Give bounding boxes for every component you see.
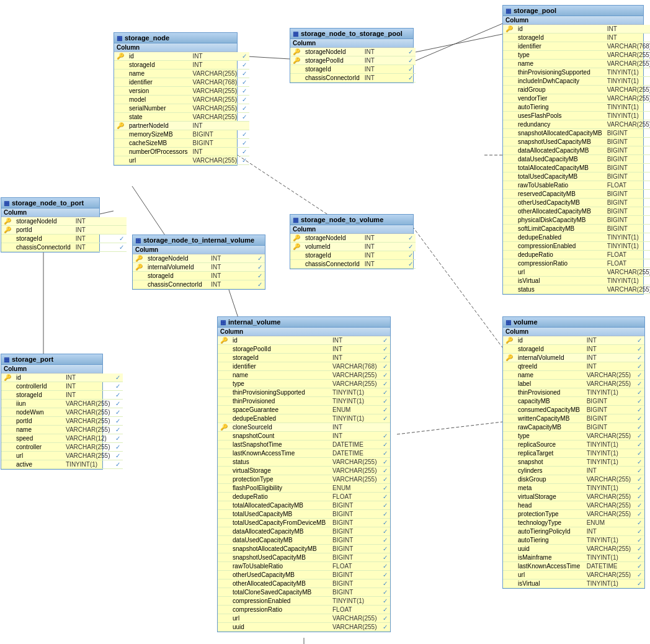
table-body-sntiv: 🔑 storageNodeId INT ✓ 🔑 internalVolumeId… (133, 254, 265, 289)
table-row: nameVARCHAR(255)✓ (503, 60, 650, 68)
table-row: storageIdINT✓ (290, 65, 416, 74)
table-storage-pool: ▦ storage_pool Column 🔑 id INT ✓ storage… (502, 5, 644, 295)
pk-icon: 🔑 (503, 25, 515, 34)
table-row: rawCapacityMBBIGINT✓ (503, 423, 644, 432)
table-storage-node: ▦ storage_node Column 🔑 id INT ✓ storage… (114, 32, 238, 166)
col-header-volume: Column (503, 328, 644, 336)
table-row: thinProvisionedTINYINT(1)✓ (503, 388, 644, 397)
table-row: raidGroupVARCHAR(255)✓ (503, 86, 650, 94)
table-name-sntv: storage_node_to_volume (301, 216, 383, 223)
table-row: 🔑 storageNodeId INT ✓ (133, 254, 265, 263)
table-name-storage-pool: storage_pool (514, 7, 556, 14)
table-body-sntp: 🔑 storageNodeId INT 🔑 portId INT storage… (1, 217, 127, 252)
table-row: 🔑 internalVolumeId INT ✓ (503, 354, 644, 362)
table-row: 🔑 storageNodeId INT ✓ (290, 48, 416, 56)
table-row: thinProvisioningSupportedTINYINT(1)✓ (218, 388, 390, 397)
table-row: urlVARCHAR(255)✓ (114, 156, 249, 165)
table-row: modelVARCHAR(255)✓ (114, 96, 249, 104)
table-header-snsp: ▦ storage_node_to_storage_pool (290, 29, 413, 39)
table-row: otherAllocatedCapacityMBBIGINT✓ (503, 207, 650, 216)
table-row: memorySizeMBBIGINT✓ (114, 130, 249, 139)
table-row: storagePoolIdINT✓ (218, 345, 390, 354)
table-row: chassisConnectorIdINT✓ (133, 280, 265, 289)
table-row: thinProvisioningSupportedTINYINT(1)✓ (503, 68, 650, 77)
table-row: lastKnownAccessTimeDATETIME✓ (218, 449, 390, 458)
table-body-snsp: 🔑 storageNodeId INT ✓ 🔑 storagePoolId IN… (290, 48, 416, 83)
table-row: flashPoolEligibilityENUM✓ (218, 484, 390, 493)
table-row: writtenCapacityMBBIGINT✓ (503, 414, 644, 423)
col-header-internal-volume: Column (218, 328, 390, 336)
table-row: compressionEnabledTINYINT(1)✓ (218, 597, 390, 606)
table-row: usesFlashPoolsTINYINT(1)✓ (503, 112, 650, 120)
table-row: 🔑 portId INT (1, 226, 127, 235)
table-row: 🔑 partnerNodeId INT (114, 122, 249, 130)
table-row: controllerIdINT✓ (1, 382, 123, 391)
table-header-sntiv: ▦ storage_node_to_internal_volume (133, 235, 265, 246)
table-row: 🔑 internalVolumeId INT ✓ (133, 263, 265, 272)
table-row: storageIdINT✓ (1, 391, 123, 400)
table-row: compressionRatioFLOAT✓ (218, 606, 390, 614)
table-row: nameVARCHAR(255)✓ (218, 371, 390, 380)
table-row: storageIdINT✓ (503, 34, 650, 42)
table-name-sntiv: storage_node_to_internal_volume (143, 236, 254, 244)
table-row: urlVARCHAR(255)✓ (503, 268, 650, 277)
pk-icon: 🔑 (114, 52, 127, 61)
table-row: urlVARCHAR(255)✓ (503, 571, 644, 579)
table-row: storageIdINT✓ (133, 272, 265, 280)
table-storage-node-to-storage-pool: ▦ storage_node_to_storage_pool Column 🔑 … (290, 28, 414, 83)
table-row: replicaTargetTINYINT(1)✓ (503, 449, 644, 458)
table-row: identifierVARCHAR(768)✓ (218, 362, 390, 371)
table-row: statusVARCHAR(255)✓ (503, 285, 650, 294)
table-row: storageIdINT✓ (114, 61, 249, 69)
table-row: compressionRatioFLOAT✓ (503, 259, 650, 268)
table-body-internal-volume: 🔑 id INT ✓ storagePoolIdINT✓ storageIdIN… (218, 336, 390, 632)
col-header-sntp: Column (1, 208, 99, 217)
col-header-storage-port: Column (1, 365, 102, 373)
table-row: snapshotAllocatedCapacityMBBIGINT✓ (503, 129, 650, 138)
table-row: storageIdINT✓ (218, 354, 390, 362)
table-row: activeTINYINT(1)✓ (1, 460, 123, 469)
table-row: isMainframeTINYINT(1)✓ (503, 553, 644, 562)
table-row: serialNumberVARCHAR(255)✓ (114, 104, 249, 113)
table-row: storageIdINT✓ (503, 345, 644, 354)
table-row: typeVARCHAR(255)✓ (503, 51, 650, 60)
table-name-storage-port: storage_port (12, 356, 53, 363)
table-row: qtreeIdINT✓ (503, 362, 644, 371)
table-row: vendorTierVARCHAR(255)✓ (503, 94, 650, 103)
table-row: dataUsedCapacityMBBIGINT✓ (503, 155, 650, 164)
table-row: dedupeEnabledTINYINT(1)✓ (218, 414, 390, 423)
table-row: identifierVARCHAR(768)✓ (503, 42, 650, 51)
table-row: totalUsedCapacityMBBIGINT✓ (503, 172, 650, 181)
col-header-storage-pool: Column (503, 16, 643, 25)
table-header-storage-node: ▦ storage_node (114, 33, 237, 43)
table-name-internal-volume: internal_volume (228, 318, 280, 326)
svg-line-6 (412, 226, 502, 347)
table-row: dataAllocatedCapacityMBBIGINT✓ (503, 146, 650, 155)
table-row: 🔑 id INT ✓ (1, 373, 123, 382)
table-body-storage-port: 🔑 id INT ✓ controllerIdINT✓ storageIdINT… (1, 373, 123, 469)
table-row: chassisConnectorIdINT✓ (1, 243, 127, 252)
table-body-sntv: 🔑 storageNodeId INT ✓ 🔑 volumeId INT ✓ s… (290, 234, 416, 269)
table-body-storage-pool: 🔑 id INT ✓ storageIdINT✓ identifierVARCH… (503, 25, 650, 294)
table-row: virtualStorageVARCHAR(255)✓ (503, 493, 644, 501)
table-header-storage-pool: ▦ storage_pool (503, 6, 643, 16)
table-row: controllerVARCHAR(255)✓ (1, 443, 123, 452)
table-row: snapshotUsedCapacityMBBIGINT✓ (503, 138, 650, 146)
table-row: identifierVARCHAR(768)✓ (114, 78, 249, 87)
table-row: dedupeRatioFLOAT✓ (503, 251, 650, 259)
table-row: autoTieringPolicyIdINT✓ (503, 527, 644, 536)
table-row: physicalDiskCapacityMBBIGINT✓ (503, 216, 650, 225)
table-row: snapshotCountINT✓ (218, 432, 390, 441)
col-label-column: Column (505, 17, 528, 24)
table-row: 🔑 cloneSourceId INT (218, 423, 390, 432)
table-row: protectionTypeVARCHAR(255)✓ (503, 510, 644, 519)
table-header-volume: ▦ volume (503, 317, 644, 328)
table-header-sntv: ▦ storage_node_to_volume (290, 215, 413, 225)
table-row: compressionEnabledTINYINT(1)✓ (503, 242, 650, 251)
table-row: 🔑 volumeId INT ✓ (290, 243, 416, 251)
table-row: nameVARCHAR(255)✓ (114, 69, 249, 78)
table-row: replicaSourceTINYINT(1)✓ (503, 441, 644, 449)
table-row: isVirtualTINYINT(1)✓ (503, 277, 650, 285)
table-row: 🔑 id INT ✓ (114, 52, 249, 61)
col-header: Column (114, 43, 237, 52)
